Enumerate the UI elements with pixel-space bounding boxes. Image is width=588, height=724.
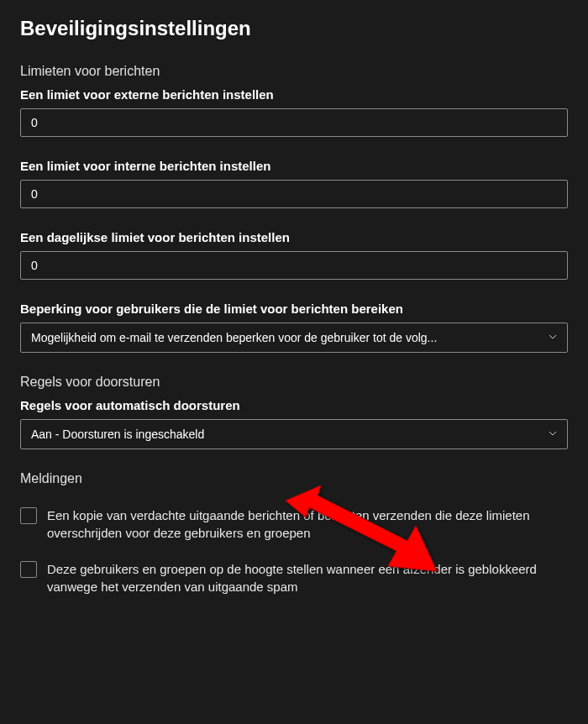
forwarding-section-title: Regels voor doorsturen [20,375,568,390]
page-title: Beveiligingsinstellingen [20,17,568,40]
restriction-label: Beperking voor gebruikers die de limiet … [20,302,568,316]
limits-section-title: Limieten voor berichten [20,64,568,79]
internal-limit-input[interactable] [20,180,568,208]
copy-suspicious-label: Een kopie van verdachte uitgaande berich… [47,506,568,542]
daily-limit-label: Een dagelijkse limiet voor berichten ins… [20,230,568,244]
external-limit-input[interactable] [20,108,568,137]
auto-forwarding-select[interactable]: Aan - Doorsturen is ingeschakeld [20,419,568,449]
daily-limit-input[interactable] [20,251,568,280]
notifications-section-title: Meldingen [20,471,568,486]
auto-forwarding-label: Regels voor automatisch doorsturen [20,398,568,412]
internal-limit-label: Een limiet voor interne berichten instel… [20,159,568,173]
external-limit-label: Een limiet voor externe berichten instel… [20,87,568,102]
copy-suspicious-checkbox[interactable] [20,507,37,524]
notify-blocked-label: Deze gebruikers en groepen op de hoogte … [47,560,568,595]
restriction-select[interactable]: Mogelijkheid om e-mail te verzenden bepe… [20,323,568,353]
notify-blocked-checkbox[interactable] [20,561,37,578]
